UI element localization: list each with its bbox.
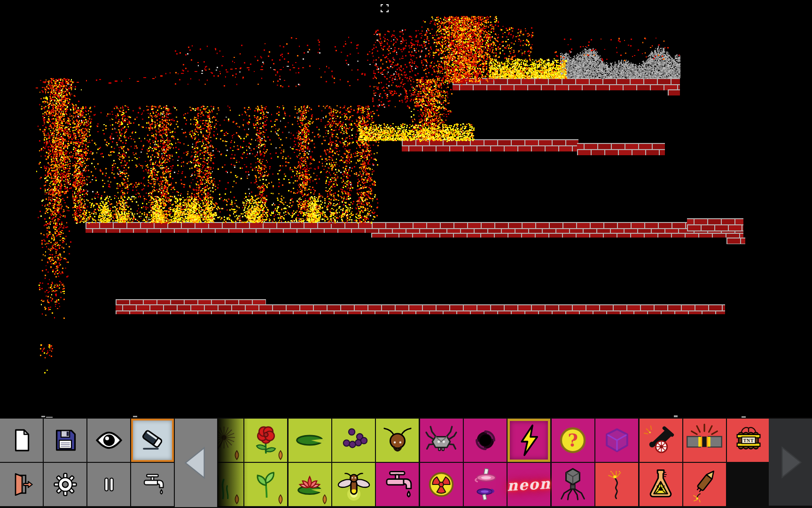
toolbar: ?TNTneon: [0, 418, 812, 508]
radiation-icon: [424, 467, 459, 502]
new-file-icon: [9, 428, 34, 452]
water-tap-icon: [140, 471, 166, 498]
question-icon: ?: [555, 423, 590, 458]
seed-badge: [233, 450, 241, 460]
tile-question[interactable]: ?: [552, 419, 594, 462]
tile-spider[interactable]: [420, 419, 463, 462]
pause-icon: [97, 472, 121, 497]
tile-water-tap[interactable]: [131, 463, 174, 506]
tile-poppy[interactable]: [244, 419, 287, 462]
tile-grass[interactable]: [218, 463, 243, 506]
tnt-icon: TNT: [731, 422, 766, 458]
svg-text:?: ?: [568, 430, 578, 451]
scroll-left-button[interactable]: [175, 419, 217, 507]
ant-icon: [380, 423, 415, 458]
firework-icon: [687, 467, 722, 502]
tile-pause[interactable]: [87, 463, 130, 506]
cube-icon: [599, 422, 635, 459]
tile-neon[interactable]: neon: [508, 463, 550, 506]
tile-flask[interactable]: [640, 463, 682, 506]
tile-faucet[interactable]: [376, 463, 419, 506]
tile-portal[interactable]: [464, 463, 507, 506]
portal-icon: [468, 467, 503, 502]
tile-sprout[interactable]: [244, 463, 287, 506]
tile-firework[interactable]: [683, 463, 726, 506]
seed-badge: [233, 494, 241, 504]
tile-eraser[interactable]: [131, 419, 174, 462]
tile-tnt[interactable]: TNT: [727, 419, 769, 462]
exit-icon: [9, 472, 34, 497]
spider-icon: [423, 422, 459, 458]
tile-lotus[interactable]: [289, 463, 331, 506]
tile-save[interactable]: [44, 419, 86, 462]
tile-lilypad[interactable]: [289, 419, 331, 462]
seed-badge: [277, 450, 284, 460]
tile-ant[interactable]: [376, 419, 419, 462]
tile-berries[interactable]: [332, 419, 375, 462]
faucet-icon: [381, 468, 414, 501]
tile-radiation[interactable]: [420, 463, 463, 506]
seed-badge: [321, 494, 328, 504]
tile-blackhole[interactable]: [464, 419, 507, 462]
flask-icon: [643, 467, 679, 502]
eraser-icon: [139, 427, 166, 454]
element-palette: ?TNTneon: [218, 419, 769, 507]
phage-icon: [555, 467, 591, 502]
tile-settings[interactable]: [44, 463, 86, 506]
fuse-icon: [600, 467, 634, 502]
tile-view[interactable]: [87, 419, 130, 462]
tile-phage[interactable]: [552, 463, 594, 506]
app-window: ?TNTneon: [0, 0, 812, 508]
blast-icon: [686, 421, 723, 459]
tile-blast[interactable]: [683, 419, 726, 462]
berries-icon: [336, 423, 371, 458]
tile-new-file[interactable]: [0, 419, 43, 462]
save-icon: [53, 428, 78, 453]
seed-badge: [277, 494, 284, 504]
lightning-icon: [512, 423, 546, 457]
tile-firefly[interactable]: [332, 463, 375, 506]
scroll-right-icon: [775, 440, 805, 485]
blackhole-icon: [468, 422, 503, 458]
scroll-left-icon: [181, 440, 211, 485]
neon-icon: neon: [507, 475, 551, 494]
tile-dandelion[interactable]: [218, 419, 243, 462]
tile-exit[interactable]: [0, 463, 43, 506]
game-canvas[interactable]: [0, 0, 812, 418]
tile-cannon[interactable]: [640, 419, 682, 462]
view-icon: [95, 427, 123, 454]
scroll-right-button[interactable]: [769, 419, 812, 506]
lilypad-icon: [292, 422, 328, 458]
svg-text:TNT: TNT: [743, 438, 754, 443]
tile-cube[interactable]: [595, 419, 638, 462]
settings-icon: [52, 471, 78, 498]
tile-lightning[interactable]: [508, 419, 550, 462]
firefly-icon: [336, 466, 372, 503]
cannon-icon: [643, 422, 679, 458]
tile-fuse[interactable]: [595, 463, 638, 506]
